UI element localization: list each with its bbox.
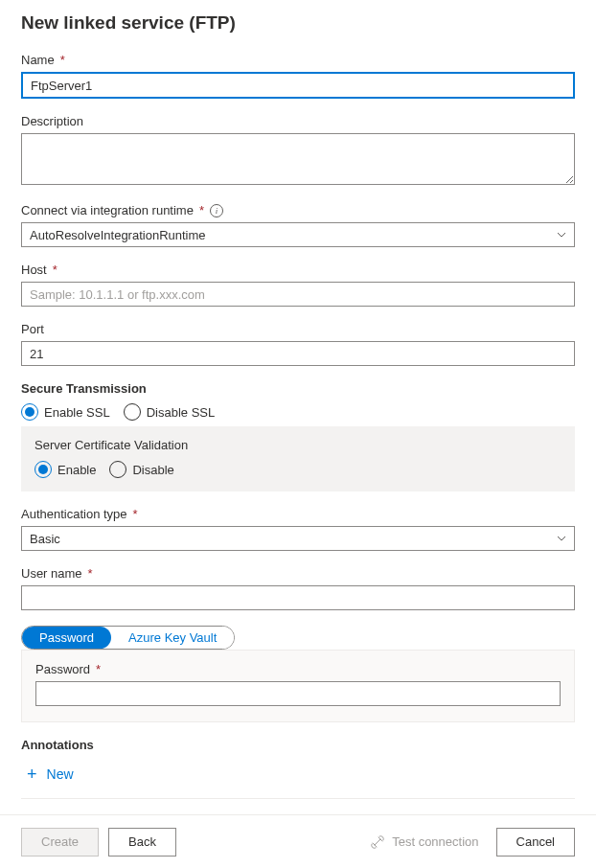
- required-asterisk: *: [88, 566, 93, 581]
- enable-ssl-label: Enable SSL: [44, 405, 110, 420]
- credential-toggle-row: Password Azure Key Vault Password *: [21, 626, 575, 722]
- cert-radio-group: Enable Disable: [34, 461, 562, 478]
- required-asterisk: *: [199, 203, 204, 217]
- footer-right: Test connection Cancel: [370, 828, 575, 857]
- field-annotations: Annotations + New: [21, 738, 575, 788]
- host-label: Host *: [21, 263, 575, 277]
- disable-ssl-radio[interactable]: Disable SSL: [124, 403, 216, 421]
- name-input[interactable]: [21, 72, 575, 99]
- required-asterisk: *: [53, 263, 57, 277]
- required-asterisk: *: [133, 507, 138, 521]
- password-input[interactable]: [35, 681, 561, 706]
- name-label: Name *: [21, 53, 575, 67]
- description-textarea[interactable]: [21, 133, 575, 185]
- new-button-label: New: [47, 766, 74, 782]
- cert-enable-label: Enable: [57, 463, 96, 477]
- divider: [21, 798, 575, 799]
- akv-pill[interactable]: Azure Key Vault: [111, 627, 234, 649]
- secure-transmission-label: Secure Transmission: [21, 381, 575, 396]
- auth-type-value: Basic: [30, 532, 60, 546]
- info-icon[interactable]: i: [210, 204, 223, 217]
- ssl-radio-group: Enable SSL Disable SSL: [21, 403, 575, 421]
- runtime-label-text: Connect via integration runtime: [21, 203, 194, 217]
- back-button[interactable]: Back: [108, 828, 176, 857]
- test-connection-button: Test connection: [370, 834, 478, 850]
- connection-icon: [370, 834, 385, 850]
- host-input[interactable]: [21, 282, 575, 307]
- field-runtime: Connect via integration runtime * i Auto…: [21, 203, 575, 247]
- username-input[interactable]: [21, 585, 575, 610]
- cancel-button[interactable]: Cancel: [496, 828, 575, 857]
- footer-bar: Create Back Test connection Cancel: [0, 814, 596, 868]
- required-asterisk: *: [96, 662, 101, 676]
- field-auth-type: Authentication type * Basic: [21, 507, 575, 551]
- radio-icon: [34, 461, 52, 478]
- form-panel: New linked service (FTP) Name * Descript…: [0, 0, 596, 805]
- cert-disable-label: Disable: [132, 463, 173, 477]
- radio-icon: [21, 403, 38, 421]
- password-label: Password *: [35, 662, 561, 676]
- field-host: Host *: [21, 263, 575, 307]
- field-secure-transmission: Secure Transmission Enable SSL Disable S…: [21, 381, 575, 491]
- auth-type-label: Authentication type *: [21, 507, 575, 521]
- cert-validation-panel: Server Certificate Validation Enable Dis…: [21, 426, 575, 491]
- runtime-label: Connect via integration runtime * i: [21, 203, 575, 217]
- footer-left: Create Back: [21, 828, 176, 857]
- field-description: Description: [21, 114, 575, 188]
- username-label-text: User name: [21, 566, 82, 581]
- cert-validation-label: Server Certificate Validation: [34, 438, 562, 452]
- password-pill[interactable]: Password: [22, 627, 111, 649]
- cert-enable-radio[interactable]: Enable: [34, 461, 96, 478]
- runtime-value: AutoResolveIntegrationRuntime: [30, 228, 206, 242]
- add-annotation-button[interactable]: + New: [21, 760, 575, 788]
- auth-type-label-text: Authentication type: [21, 507, 127, 521]
- name-label-text: Name: [21, 53, 55, 67]
- password-label-text: Password: [35, 662, 90, 676]
- test-connection-label: Test connection: [392, 834, 478, 849]
- port-label: Port: [21, 322, 575, 336]
- panel-title: New linked service (FTP): [21, 12, 575, 34]
- cert-disable-radio[interactable]: Disable: [109, 461, 173, 478]
- disable-ssl-label: Disable SSL: [147, 405, 216, 420]
- field-username: User name *: [21, 566, 575, 610]
- field-port: Port: [21, 322, 575, 366]
- create-button: Create: [21, 828, 99, 857]
- field-name: Name *: [21, 53, 575, 99]
- radio-icon: [124, 403, 141, 421]
- auth-type-select[interactable]: Basic: [21, 526, 575, 551]
- enable-ssl-radio[interactable]: Enable SSL: [21, 403, 110, 421]
- plus-icon: +: [27, 765, 37, 783]
- radio-icon: [109, 461, 126, 478]
- credential-pill-toggle: Password Azure Key Vault: [21, 626, 235, 650]
- annotations-label: Annotations: [21, 738, 575, 752]
- runtime-select[interactable]: AutoResolveIntegrationRuntime: [21, 222, 575, 247]
- host-label-text: Host: [21, 263, 47, 277]
- password-panel: Password *: [21, 650, 575, 722]
- port-input[interactable]: [21, 341, 575, 366]
- username-label: User name *: [21, 566, 575, 581]
- description-label: Description: [21, 114, 575, 128]
- required-asterisk: *: [60, 53, 65, 67]
